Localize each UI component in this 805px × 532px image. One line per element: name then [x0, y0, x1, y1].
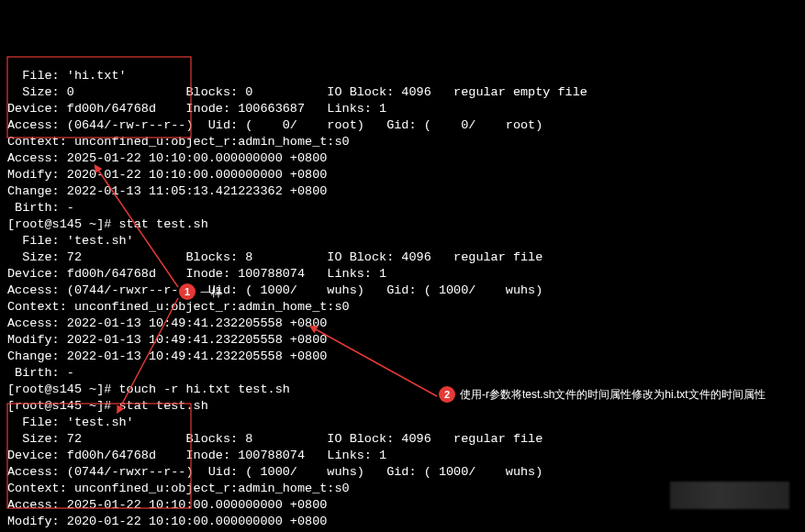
terminal-line: Modify: 2020-01-22 10:10:00.000000000 +0… — [7, 167, 805, 183]
terminal-line: Access: (0644/-rw-r--r--) Uid: ( 0/ root… — [7, 117, 805, 134]
terminal-line: [root@s145 ~]# stat test.sh — [7, 216, 805, 233]
terminal-line: Context: unconfined_u:object_r:admin_hom… — [7, 299, 805, 316]
terminal-line: Birth: - — [7, 200, 805, 216]
terminal-line: Change: 2022-01-13 11:05:13.421223362 +0… — [7, 183, 805, 200]
terminal-line: Size: 72 Blocks: 8 IO Block: 4096 regula… — [7, 249, 805, 266]
terminal-line: [root@s145 ~]# stat test.sh — [7, 398, 805, 415]
terminal-line: Access: 2022-01-13 10:49:41.232205558 +0… — [7, 316, 805, 332]
terminal-line: File: 'test.sh' — [7, 415, 805, 431]
terminal-line: Context: unconfined_u:object_r:admin_hom… — [7, 481, 805, 497]
terminal-line: Device: fd00h/64768d Inode: 100788074 Li… — [7, 448, 805, 464]
terminal-line: [root@s145 ~]# touch -r hi.txt test.sh — [7, 382, 805, 398]
terminal-line: Access: 2025-01-22 10:10:00.000000000 +0… — [7, 150, 805, 167]
terminal-line: File: 'hi.txt' — [7, 68, 805, 84]
terminal-line: Size: 0 Blocks: 0 IO Block: 4096 regular… — [7, 84, 805, 101]
terminal-line: Device: fd00h/64768d Inode: 100788074 Li… — [7, 266, 805, 283]
terminal-output: File: 'hi.txt' Size: 0 Blocks: 0 IO Bloc… — [7, 68, 805, 532]
terminal-line: Access: 2025-01-22 10:10:00.000000000 +0… — [7, 497, 805, 514]
terminal-line: Modify: 2020-01-22 10:10:00.000000000 +0… — [7, 514, 805, 530]
terminal-line: Device: fd00h/64768d Inode: 100663687 Li… — [7, 101, 805, 117]
terminal-line: Context: unconfined_u:object_r:admin_hom… — [7, 134, 805, 150]
terminal-line: Access: (0744/-rwxr--r--) Uid: ( 1000/ w… — [7, 283, 805, 299]
terminal-line: Modify: 2022-01-13 10:49:41.232205558 +0… — [7, 332, 805, 349]
terminal-line: File: 'test.sh' — [7, 233, 805, 249]
terminal-line: Birth: - — [7, 365, 805, 382]
terminal-line: Change: 2022-01-13 10:49:41.232205558 +0… — [7, 349, 805, 365]
terminal-line: Access: (0744/-rwxr--r--) Uid: ( 1000/ w… — [7, 464, 805, 481]
terminal-line: Size: 72 Blocks: 8 IO Block: 4096 regula… — [7, 431, 805, 448]
